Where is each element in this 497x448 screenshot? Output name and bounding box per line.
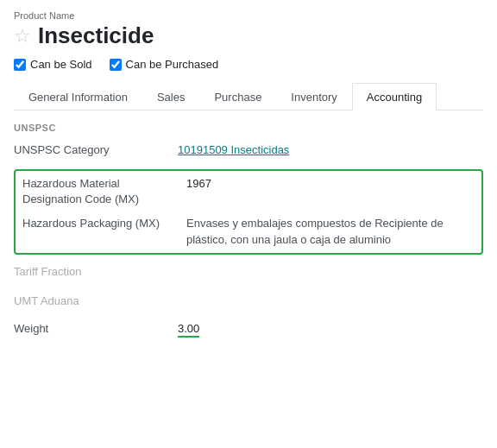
hazardous-designation-label: Hazardous Material Designation Code (MX) — [22, 176, 186, 207]
tab-accounting[interactable]: Accounting — [352, 83, 437, 110]
checkboxes-row: Can be Sold Can be Purchased — [14, 58, 483, 71]
weight-value-text: 3.00 — [178, 322, 199, 338]
can-be-sold-checkbox[interactable] — [14, 59, 26, 71]
can-be-purchased-checkbox-label[interactable]: Can be Purchased — [110, 58, 219, 71]
hazardous-packaging-row: Hazardous Packaging (MX) Envases y embal… — [22, 216, 475, 247]
product-title-row: ☆ Insecticide — [14, 22, 483, 49]
can-be-purchased-checkbox[interactable] — [110, 59, 122, 71]
tariff-fraction-value — [178, 270, 483, 274]
hazardous-fields: Hazardous Material Designation Code (MX)… — [22, 176, 475, 248]
tab-inventory[interactable]: Inventory — [276, 83, 351, 110]
can-be-sold-label: Can be Sold — [30, 58, 92, 71]
hazardous-box: Hazardous Material Designation Code (MX)… — [14, 169, 483, 255]
umt-aduana-row: UMT Aduana — [14, 289, 483, 313]
favorite-star-icon[interactable]: ☆ — [14, 27, 31, 46]
umt-aduana-value — [178, 300, 483, 303]
tariff-fraction-row: Tariff Fraction — [14, 260, 483, 284]
weight-value: 3.00 — [178, 319, 483, 338]
tab-purchase[interactable]: Purchase — [199, 83, 276, 110]
tab-sales[interactable]: Sales — [142, 83, 200, 110]
umt-aduana-label: UMT Aduana — [14, 294, 178, 307]
unspsc-category-row: UNSPSC Category 10191509 Insecticidas — [14, 140, 483, 164]
weight-label: Weight — [14, 319, 178, 335]
hazardous-designation-value: 1967 — [186, 176, 475, 192]
hazardous-packaging-label: Hazardous Packaging (MX) — [22, 216, 186, 231]
hazardous-packaging-value: Envases y embalajes compuestos de Recipi… — [186, 216, 475, 247]
can-be-sold-checkbox-label[interactable]: Can be Sold — [14, 58, 92, 71]
can-be-purchased-label: Can be Purchased — [126, 58, 219, 71]
tab-general-information[interactable]: General Information — [14, 83, 142, 110]
tabs-row: General Information Sales Purchase Inven… — [14, 83, 483, 110]
tariff-fraction-label: Tariff Fraction — [14, 265, 178, 278]
hazardous-section: Hazardous Material Designation Code (MX)… — [14, 169, 483, 255]
weight-row: Weight 3.00 — [14, 319, 483, 343]
unspsc-category-value[interactable]: 10191509 Insecticidas — [178, 140, 483, 156]
product-name-label: Product Name — [14, 10, 483, 21]
product-title: Insecticide — [38, 22, 154, 49]
hazardous-designation-row: Hazardous Material Designation Code (MX)… — [22, 176, 475, 207]
unspsc-section-label: UNSPSC — [14, 123, 483, 133]
unspsc-category-label: UNSPSC Category — [14, 140, 178, 156]
